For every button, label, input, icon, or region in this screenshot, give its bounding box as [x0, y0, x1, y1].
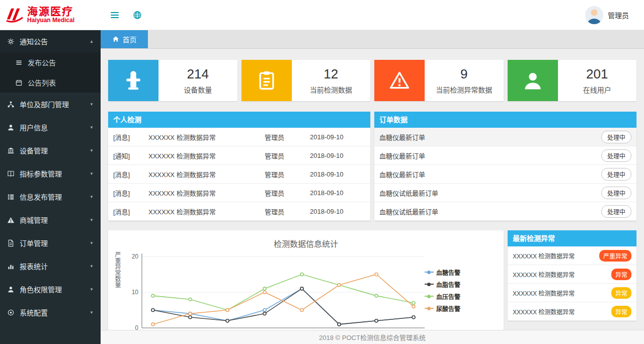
sidebar-item-user-info[interactable]: 用户信息 ▼ [0, 116, 101, 139]
chart-legend: 血糖告警血脂告警血压告警尿酸告警 [425, 251, 479, 336]
page-footer: 2018 © POCT检测信息综合管理系统 [101, 330, 644, 344]
legend-marker-icon [425, 296, 434, 297]
severity-badge: 异常 [611, 287, 631, 299]
stat-value: 214 [187, 66, 209, 82]
logo[interactable]: 海源医疗 Haiyuan Medical [0, 0, 101, 30]
footer-text: 2018 © POCT检测信息综合管理系统 [319, 332, 426, 342]
chart-legend-item[interactable]: 血压告警 [425, 292, 479, 301]
tab-home[interactable]: 首页 [101, 30, 148, 48]
user-menu[interactable]: 管理员 [585, 6, 644, 24]
logo-title: 海源医疗 [27, 6, 74, 17]
user-icon [7, 124, 15, 131]
stat-cards: 214 设备数量 12 当前检测数据 [108, 60, 636, 101]
message-user: 管理员 [265, 151, 310, 160]
message-text: XXXXXX 检测数据异常 [148, 151, 265, 160]
sidebar-item-label: 商城管理 [20, 215, 48, 225]
sidebar-subitem-notice-list[interactable]: 公告列表 [0, 72, 101, 93]
sidebar-item-label: 信息发布管理 [20, 192, 62, 202]
message-user: 管理员 [265, 207, 310, 216]
sidebar-item-order-management[interactable]: 订单管理 ▼ [0, 231, 101, 254]
stat-body: 214 设备数量 [158, 60, 237, 101]
sidebar-item-org-management[interactable]: 单位及部门管理 ▼ [0, 93, 101, 116]
sidebar-item-label: 通知公告 [20, 36, 48, 46]
dot-circle-icon [7, 309, 15, 316]
order-status-button[interactable]: 处理中 [601, 205, 631, 218]
order-row: 血糖仪最新订单 处理中 [374, 146, 636, 165]
line-chart: 01020 [123, 251, 425, 336]
gears-icon [7, 38, 15, 45]
bank-icon [7, 147, 15, 154]
stat-label: 当前检测异常数据 [436, 84, 492, 95]
chevron-down-icon: ▼ [90, 264, 94, 269]
message-user: 管理员 [265, 132, 310, 142]
user-name: 管理员 [608, 10, 629, 20]
order-data-panel: 订单数据 血糖仪最新订单 处理中 血糖仪最新订单 处理中 血糖仪最新订单 处理中 [374, 112, 636, 221]
abnormal-row: XXXXXX 检测数据异常 异常 [508, 265, 636, 284]
sidebar-item-mall-management[interactable]: 商城管理 ▼ [0, 208, 101, 231]
order-text: 血糖仪最新订单 [379, 169, 425, 179]
chevron-down-icon: ▼ [90, 310, 94, 315]
sidebar-toggle-icon[interactable] [109, 10, 121, 20]
sidebar-item-device-management[interactable]: 设备管理 ▼ [0, 139, 101, 162]
order-status-button[interactable]: 处理中 [601, 168, 631, 181]
legend-marker-icon [425, 272, 434, 273]
stat-label: 在线用户 [583, 84, 611, 95]
logo-mark-icon [5, 7, 24, 24]
chevron-up-icon: ▲ [90, 39, 94, 44]
logo-text: 海源医疗 Haiyuan Medical [27, 6, 74, 24]
hydrant-icon [108, 60, 158, 101]
severity-badge: 异常 [611, 306, 631, 317]
sidebar-subitem-label: 公告列表 [28, 77, 56, 88]
file-icon [7, 239, 15, 247]
stat-value: 201 [586, 66, 608, 82]
sidebar-item-label: 系统配置 [20, 307, 48, 317]
sidebar-item-indicator-params[interactable]: 指标参数管理 ▼ [0, 162, 101, 185]
chevron-down-icon: ▼ [90, 218, 94, 222]
user-icon [7, 286, 15, 293]
sidebar-item-info-publish[interactable]: 信息发布管理 ▼ [0, 185, 101, 208]
order-status-button[interactable]: 处理中 [601, 149, 631, 162]
panel-title: 订单数据 [374, 112, 636, 128]
tab-bar: 首页 [101, 30, 644, 49]
abnormal-row: XXXXXX 检测数据异常 异常 [508, 302, 636, 321]
abnormal-text: XXXXXX 检测数据异常 [513, 251, 575, 260]
chevron-down-icon: ▼ [90, 125, 94, 130]
sidebar-item-label: 单位及部门管理 [20, 99, 69, 109]
globe-icon[interactable] [133, 11, 142, 20]
stat-card-current-detection: 12 当前检测数据 [242, 60, 371, 101]
personal-detection-panel: 个人检测 [消息] XXXXXX 检测数据异常 管理员 2018-09-10 [… [108, 112, 370, 221]
message-text: XXXXXX 检测数据异常 [148, 188, 265, 198]
sidebar-item-role-permission[interactable]: 角色权限管理 ▼ [0, 278, 101, 301]
order-status-button[interactable]: 处理中 [601, 131, 631, 143]
sidebar-item-system-config[interactable]: 系统配置 ▼ [0, 301, 101, 324]
chevron-down-icon: ▼ [90, 148, 94, 153]
avatar [585, 6, 603, 24]
home-icon [112, 36, 119, 43]
message-text: XXXXXX 检测数据异常 [148, 169, 265, 179]
stat-label: 当前检测数据 [310, 84, 352, 95]
sidebar-item-notice[interactable]: 通知公告 ▲ [0, 30, 101, 52]
sidebar-subitem-publish-notice[interactable]: 发布公告 [0, 52, 101, 72]
sidebar-item-report-stats[interactable]: 报表统计 ▼ [0, 254, 101, 278]
bar-chart-icon [7, 263, 15, 270]
personal-detection-row: [消息] XXXXXX 检测数据异常 管理员 2018-09-10 [108, 128, 370, 146]
order-row: 血糖仪最新订单 处理中 [374, 165, 636, 184]
logo-subtitle: Haiyuan Medical [27, 17, 74, 24]
sidebar-item-label: 角色权限管理 [20, 284, 62, 294]
bottom-row: 检测数据信息统计 严重异常数量 01020 血糖告警血脂告警血压告警尿酸告警 最… [108, 230, 636, 336]
message-tag: [消息] [113, 207, 148, 216]
message-text: XXXXXX 检测数据异常 [148, 207, 265, 216]
stat-body: 12 当前检测数据 [292, 60, 371, 101]
chart-legend-item[interactable]: 血脂告警 [425, 280, 479, 289]
chart-legend-item[interactable]: 尿酸告警 [425, 304, 479, 313]
sidebar-item-label: 设备管理 [20, 145, 48, 155]
chevron-down-icon: ▼ [90, 171, 94, 176]
severity-badge: 异常 [611, 269, 631, 280]
stat-card-abnormal-detection: 9 当前检测异常数据 [374, 60, 504, 101]
book-icon [7, 170, 15, 178]
order-row: 血糖仪试纸最新订单 处理中 [374, 184, 636, 202]
order-status-button[interactable]: 处理中 [601, 187, 631, 199]
message-date: 2018-09-10 [310, 170, 365, 178]
message-date: 2018-09-10 [310, 189, 365, 197]
chart-legend-item[interactable]: 血糖告警 [425, 268, 479, 277]
